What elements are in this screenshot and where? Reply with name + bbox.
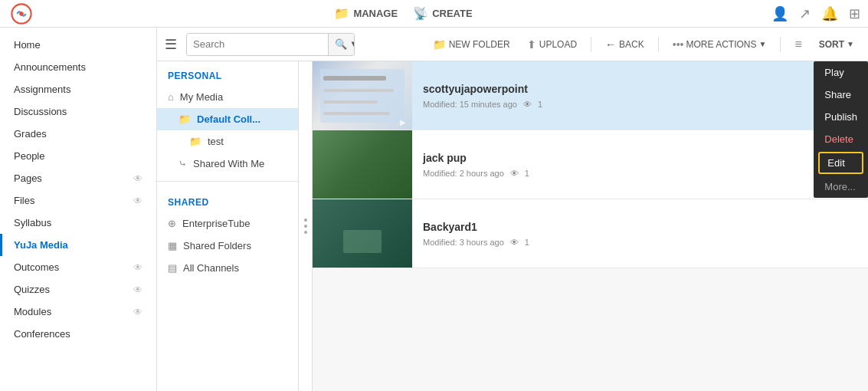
channels-icon: ▤ bbox=[168, 262, 177, 274]
media-item-1[interactable]: scottyujapowerpoint Modified: 15 minutes… bbox=[313, 61, 868, 130]
views-eye-icon-2: 👁 bbox=[510, 169, 519, 178]
context-menu: Play Share Publish Delete Edit More... bbox=[814, 61, 868, 198]
sidebar-collapse-button[interactable] bbox=[299, 61, 313, 391]
context-publish[interactable]: Publish bbox=[814, 106, 868, 128]
sidebar-item-outcomes[interactable]: Outcomes 👁 bbox=[0, 256, 156, 278]
context-play[interactable]: Play bbox=[814, 61, 868, 84]
my-media-item[interactable]: ⌂ My Media bbox=[157, 86, 298, 108]
enterprise-tube-item[interactable]: ⊕ EnterpriseTube bbox=[157, 212, 298, 235]
media-meta-2: Modified: 2 hours ago 👁 1 bbox=[423, 169, 857, 178]
personal-section-title: PERSONAL bbox=[157, 61, 298, 86]
sidebar-item-files[interactable]: Files 👁 bbox=[0, 189, 156, 212]
media-thumbnail-2 bbox=[313, 130, 412, 199]
home-icon: ⌂ bbox=[168, 91, 174, 103]
collapse-dot-3 bbox=[304, 231, 307, 234]
media-title-3: Backyard1 bbox=[423, 221, 857, 233]
media-thumbnail-1 bbox=[313, 61, 412, 130]
sidebar-item-discussions[interactable]: Discussions bbox=[0, 100, 156, 123]
toolbar: ☰ 🔍 ▼ 📁 NEW FOLDER ⬆ UPLOAD ← BACK bbox=[157, 28, 868, 61]
outcomes-eye-icon: 👁 bbox=[133, 262, 142, 273]
search-icon: 🔍 bbox=[335, 38, 347, 50]
share-icon: ⤷ bbox=[179, 158, 187, 169]
shared-folders-label: Shared Folders bbox=[183, 240, 251, 251]
media-modified-2: Modified: 2 hours ago bbox=[423, 169, 504, 178]
create-button[interactable]: 📡 CREATE bbox=[413, 6, 472, 21]
context-more[interactable]: More... bbox=[814, 176, 868, 198]
sort-button[interactable]: SORT ▼ bbox=[813, 36, 860, 53]
context-delete[interactable]: Delete bbox=[814, 128, 868, 150]
sidebar-item-people[interactable]: People bbox=[0, 145, 156, 167]
media-info-3: Backyard1 Modified: 3 hours ago 👁 1 bbox=[412, 199, 868, 268]
quizzes-eye-icon: 👁 bbox=[133, 284, 142, 295]
context-share[interactable]: Share bbox=[814, 84, 868, 106]
external-link-icon[interactable]: ↗ bbox=[799, 5, 811, 22]
media-meta-3: Modified: 3 hours ago 👁 1 bbox=[423, 238, 857, 247]
sort-label: SORT bbox=[819, 39, 844, 50]
shared-folders-item[interactable]: ▦ Shared Folders bbox=[157, 235, 298, 257]
top-nav-center: 📁 MANAGE 📡 CREATE bbox=[334, 6, 472, 21]
more-actions-chevron-icon: ▼ bbox=[759, 40, 767, 48]
collapse-dot-1 bbox=[304, 219, 307, 222]
left-sidebar: Home Announcements Assignments Discussio… bbox=[0, 28, 157, 391]
upload-button[interactable]: ⬆ UPLOAD bbox=[521, 35, 583, 54]
media-item-2[interactable]: jack pup Modified: 2 hours ago 👁 1 bbox=[313, 130, 868, 199]
back-icon: ← bbox=[605, 38, 616, 51]
sidebar-item-announcements[interactable]: Announcements bbox=[0, 56, 156, 78]
svg-point-1 bbox=[19, 12, 24, 16]
user-icon[interactable]: 👤 bbox=[771, 5, 788, 22]
media-info-1: scottyujapowerpoint Modified: 15 minutes… bbox=[412, 61, 868, 130]
enterprise-icon: ⊕ bbox=[168, 218, 176, 229]
default-collection-item[interactable]: 📁 Default Coll... bbox=[157, 108, 298, 130]
back-button[interactable]: ← BACK bbox=[599, 35, 650, 54]
sidebar-item-conferences[interactable]: Conferences bbox=[0, 323, 156, 345]
media-meta-1: Modified: 15 minutes ago 👁 1 bbox=[423, 100, 857, 109]
test-label: test bbox=[208, 136, 224, 147]
toolbar-divider-3 bbox=[780, 37, 781, 52]
media-info-2: jack pup Modified: 2 hours ago 👁 1 bbox=[412, 130, 868, 199]
top-navigation: 📁 MANAGE 📡 CREATE 👤 ↗ 🔔 ⊞ bbox=[0, 0, 868, 28]
views-eye-icon-3: 👁 bbox=[510, 238, 519, 247]
upload-label: UPLOAD bbox=[539, 39, 577, 50]
toolbar-divider-1 bbox=[591, 37, 591, 52]
media-thumbnail-3 bbox=[313, 199, 412, 268]
list-view-button[interactable]: ≡ bbox=[788, 34, 807, 54]
manage-icon: 📁 bbox=[334, 6, 349, 21]
sidebar-item-yuja-media[interactable]: YuJa Media bbox=[0, 234, 156, 256]
shared-folders-icon: ▦ bbox=[168, 240, 177, 251]
sidebar-item-pages[interactable]: Pages 👁 bbox=[0, 167, 156, 189]
sidebar-item-syllabus[interactable]: Syllabus bbox=[0, 212, 156, 234]
enterprise-tube-label: EnterpriseTube bbox=[182, 218, 250, 229]
context-edit[interactable]: Edit bbox=[818, 152, 863, 174]
all-channels-label: All Channels bbox=[183, 262, 239, 274]
media-views-1: 1 bbox=[538, 100, 542, 109]
search-button[interactable]: 🔍 ▼ bbox=[328, 34, 355, 55]
more-actions-button[interactable]: ••• MORE ACTIONS ▼ bbox=[667, 35, 773, 54]
list-view-icon: ≡ bbox=[794, 38, 801, 51]
search-dropdown-icon: ▼ bbox=[349, 38, 355, 50]
grid-icon[interactable]: ⊞ bbox=[849, 5, 860, 22]
sidebar-item-quizzes[interactable]: Quizzes 👁 bbox=[0, 278, 156, 301]
search-box: 🔍 ▼ bbox=[186, 33, 355, 56]
media-views-3: 1 bbox=[525, 238, 529, 247]
shared-with-me-item[interactable]: ⤷ Shared With Me bbox=[157, 153, 298, 175]
search-input[interactable] bbox=[187, 34, 328, 55]
manage-button[interactable]: 📁 MANAGE bbox=[334, 6, 398, 21]
sidebar-item-grades[interactable]: Grades bbox=[0, 123, 156, 145]
content-area: ☰ 🔍 ▼ 📁 NEW FOLDER ⬆ UPLOAD ← BACK bbox=[157, 28, 868, 391]
all-channels-item[interactable]: ▤ All Channels bbox=[157, 257, 298, 279]
toolbar-divider-2 bbox=[658, 37, 659, 52]
logo[interactable] bbox=[8, 0, 35, 28]
hamburger-icon[interactable]: ☰ bbox=[165, 36, 177, 53]
new-folder-button[interactable]: 📁 NEW FOLDER bbox=[427, 35, 516, 54]
shared-with-me-label: Shared With Me bbox=[193, 158, 264, 169]
sidebar-item-assignments[interactable]: Assignments bbox=[0, 78, 156, 100]
test-folder-item[interactable]: 📁 test bbox=[157, 130, 298, 153]
views-eye-icon-1: 👁 bbox=[523, 100, 532, 109]
media-item-3[interactable]: Backyard1 Modified: 3 hours ago 👁 1 bbox=[313, 199, 868, 268]
pages-eye-icon: 👁 bbox=[133, 173, 142, 184]
bell-icon[interactable]: 🔔 bbox=[821, 5, 838, 22]
media-list: scottyujapowerpoint Modified: 15 minutes… bbox=[313, 61, 868, 391]
manage-label: MANAGE bbox=[353, 8, 398, 19]
sidebar-item-home[interactable]: Home bbox=[0, 34, 156, 56]
sidebar-item-modules[interactable]: Modules 👁 bbox=[0, 301, 156, 323]
